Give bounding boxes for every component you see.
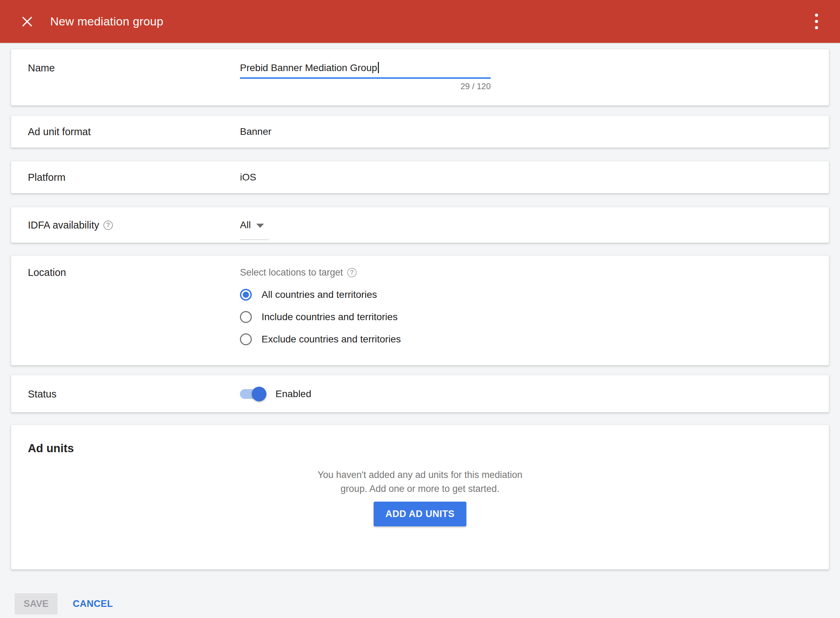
name-label: Name (11, 62, 240, 105)
ad-units-empty-text-line2: group. Add one or more to get started. (28, 484, 812, 494)
cancel-button[interactable]: CANCEL (73, 599, 113, 609)
ad-unit-format-card: Ad unit format Banner (11, 116, 829, 148)
ad-units-empty-text-line1: You haven't added any ad units for this … (28, 469, 812, 480)
char-counter: 29 / 120 (240, 82, 491, 91)
idfa-availability-card: IDFA availability ? All (11, 207, 829, 243)
idfa-selected-value: All (240, 219, 251, 231)
ad-units-title: Ad units (28, 442, 812, 455)
platform-label: Platform (11, 171, 240, 183)
overflow-menu-icon[interactable] (809, 11, 824, 32)
x-close-glyph (21, 15, 34, 28)
ad-unit-format-value: Banner (240, 126, 829, 137)
radio-include-countries[interactable]: Include countries and territories (240, 311, 829, 323)
appbar: New mediation group (0, 0, 840, 43)
page-title: New mediation group (50, 15, 809, 28)
toggle-thumb (252, 387, 266, 401)
platform-value: iOS (240, 172, 829, 183)
name-card: Name Prebid Banner Mediation Group 29 / … (11, 49, 829, 105)
status-label: Status (11, 388, 240, 400)
add-ad-units-button[interactable]: ADD AD UNITS (374, 502, 467, 526)
location-prompt: Select locations to target ? (240, 266, 829, 278)
location-card: Location Select locations to target ? Al… (11, 256, 829, 365)
radio-all-countries[interactable]: All countries and territories (240, 289, 829, 301)
name-input-text: Prebid Banner Mediation Group (240, 62, 377, 73)
idfa-label: IDFA availability ? (11, 219, 240, 231)
name-input[interactable]: Prebid Banner Mediation Group (240, 62, 491, 79)
dropdown-arrow-icon (256, 224, 264, 228)
radio-unselected-icon (240, 333, 252, 345)
radio-selected-icon (240, 289, 252, 301)
location-label: Location (11, 266, 240, 365)
footer-actions: SAVE CANCEL (11, 593, 829, 615)
status-card: Status Enabled (11, 375, 829, 413)
help-icon[interactable]: ? (347, 268, 357, 277)
close-icon[interactable] (19, 14, 35, 29)
status-toggle[interactable] (240, 387, 265, 401)
idfa-select[interactable]: All (240, 219, 269, 240)
help-icon[interactable]: ? (104, 220, 113, 230)
save-button[interactable]: SAVE (15, 593, 58, 615)
status-value: Enabled (276, 388, 311, 400)
platform-card: Platform iOS (11, 161, 829, 193)
text-cursor (378, 62, 379, 73)
radio-unselected-icon (240, 311, 252, 323)
ad-unit-format-label: Ad unit format (11, 126, 240, 138)
radio-exclude-countries[interactable]: Exclude countries and territories (240, 333, 829, 345)
ad-units-card: Ad units You haven't added any ad units … (11, 425, 829, 570)
